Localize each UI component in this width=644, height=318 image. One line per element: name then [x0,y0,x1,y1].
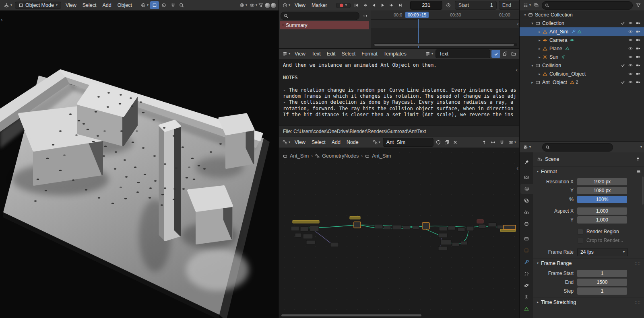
expand-icon[interactable]: ▸ [537,38,543,42]
expand-icon[interactable]: ▸ [537,30,543,34]
outliner-row-ant-sim[interactable]: ▸ Ant_Sim [520,27,644,36]
display-mode-button[interactable] [533,2,540,8]
node-canvas[interactable]: Ant_Sim › GeometryNodes › Ant_Sim [279,148,520,318]
frame-rate-dropdown[interactable]: 24 fps▾ [577,248,628,256]
node-snap-toggle[interactable] [498,139,506,146]
disable-render-toggle[interactable] [634,80,642,84]
viewport-canvas[interactable]: › [0,10,279,318]
expand-icon[interactable]: ▸ [537,55,543,59]
node-hscrollbar[interactable] [281,314,516,317]
outliner-row-scene-collection[interactable]: ▾ Scene Collection [520,10,644,19]
exclude-checkbox[interactable] [619,63,627,68]
tab-render[interactable] [521,172,532,182]
frame-start-field[interactable]: Start1 [455,1,497,10]
expand-icon[interactable]: ▾ [529,21,535,25]
editor-type-button[interactable]: ▾ [281,51,291,57]
overlays-dropdown[interactable]: ▾ [248,2,258,8]
summary-row[interactable]: ▾Summary [280,21,369,29]
expand-icon[interactable]: ▾ [522,13,528,17]
node-menu-view[interactable]: View [292,138,308,146]
jump-to-end-button[interactable] [396,1,405,9]
tab-particles[interactable] [521,269,532,279]
toolbar-expand-arrow[interactable]: › [1,17,3,23]
text-content[interactable]: And then we instance an animated Ant Obj… [279,59,520,129]
next-keyframe-button[interactable] [388,1,396,9]
breadcrumb-item[interactable]: Scene [545,156,559,162]
timeline-search-input[interactable] [290,13,356,19]
pin-button[interactable] [481,139,488,146]
tab-modifiers[interactable] [521,257,532,267]
outliner-row-sun[interactable]: ▸ Sun [520,53,644,61]
panel-header-frame-range[interactable]: ▾ Frame Range :::: [533,258,644,268]
mode-dropdown[interactable]: Object Mode▾ [15,2,61,9]
resolution-x-field[interactable]: 1920 px [577,178,627,185]
aspect-y-field[interactable]: 1.000 [577,216,627,224]
properties-search-field[interactable] [542,143,613,152]
breadcrumb-item[interactable]: Ant_Sim [372,153,391,159]
jump-to-start-button[interactable] [352,1,361,9]
text-menu-templates[interactable]: Templates [381,50,409,58]
use-preview-range-toggle[interactable] [444,1,453,9]
aspect-x-field[interactable]: 1.000 [577,207,627,215]
text-menu-view[interactable]: View [292,50,308,58]
frame-end-field[interactable]: End1500 [499,1,520,10]
timeline-ruler[interactable]: 00:0 00:30 01:00 00:09+15 [371,10,520,20]
expand-icon[interactable]: ▸ [529,80,535,84]
hide-eye-toggle[interactable] [627,38,634,42]
chevron-down-icon[interactable]: ▾ [640,146,642,149]
play-reverse-button[interactable] [370,1,378,9]
timeline-menu-view[interactable]: View [292,1,308,9]
outliner-search-input[interactable] [551,2,630,8]
hide-eye-toggle[interactable] [627,46,634,51]
exclude-checkbox[interactable] [619,21,627,25]
pin-icon[interactable] [636,157,640,162]
xray-toggle[interactable] [150,1,159,9]
tab-object[interactable] [521,245,532,255]
tab-object-data[interactable] [521,304,532,314]
tab-world[interactable] [521,219,532,229]
open-text-button[interactable] [510,51,517,57]
current-frame-field[interactable]: 231 [410,1,442,10]
editor-type-button[interactable]: ▾ [281,2,291,8]
hide-eye-toggle[interactable] [627,72,634,76]
gizmo-dropdown[interactable]: ▾ [238,2,248,8]
render-region-checkbox[interactable] [577,229,583,235]
editor-type-button[interactable]: ▾ [522,2,532,8]
disable-render-toggle[interactable] [634,38,642,42]
expand-icon[interactable]: ▾ [529,64,535,68]
timeline-menu-marker[interactable]: Marker [309,1,330,9]
play-button[interactable] [379,1,387,9]
node-overlay-dropdown[interactable]: ▾ [507,139,517,146]
editor-type-button[interactable]: ▾ [522,144,532,150]
syntax-highlight-toggle[interactable] [491,50,500,58]
text-menu-format[interactable]: Format [359,50,380,58]
parent-node-button[interactable] [489,139,497,146]
breadcrumb-item[interactable]: Ant_Sim [290,153,309,159]
viewport-menu-object[interactable]: Object [115,1,135,9]
viewport-shading-buttons[interactable] [265,3,276,8]
outliner-row-collision[interactable]: ▾ Collision [520,61,644,70]
unlink-nodetree-button[interactable] [452,139,459,146]
crop-to-render-checkbox[interactable] [577,238,583,244]
tab-output[interactable] [520,184,533,194]
breadcrumb-item[interactable]: GeometryNodes [322,153,359,159]
outliner-row-plane[interactable]: ▸ Plane [520,44,644,53]
node-menu-add[interactable]: Add [329,138,343,146]
frame-end-field[interactable]: 1500 [577,279,627,286]
auto-keying-button[interactable]: ▾ [336,3,351,8]
proportional-editing-toggle[interactable] [159,1,168,9]
sidebar-collapse-arrow[interactable]: ‹ [516,165,518,171]
outliner-row-collection[interactable]: ▾ Collection [520,19,644,27]
node-menu-select[interactable]: Select [309,138,328,146]
new-nodetree-button[interactable] [443,139,450,146]
viewport-menu-view[interactable]: View [63,1,79,9]
filter-icon[interactable] [258,3,263,8]
properties-scrollbar[interactable] [642,176,644,205]
disable-render-toggle[interactable] [634,72,642,76]
disable-render-toggle[interactable] [634,46,642,51]
expand-icon[interactable]: ▸ [537,47,543,51]
tab-scene[interactable] [521,207,532,217]
panel-header-format[interactable]: ▾ Format [533,166,644,176]
nodetree-name-field[interactable]: Ant_Sim [383,138,433,147]
text-menu-edit[interactable]: Edit [324,50,339,58]
